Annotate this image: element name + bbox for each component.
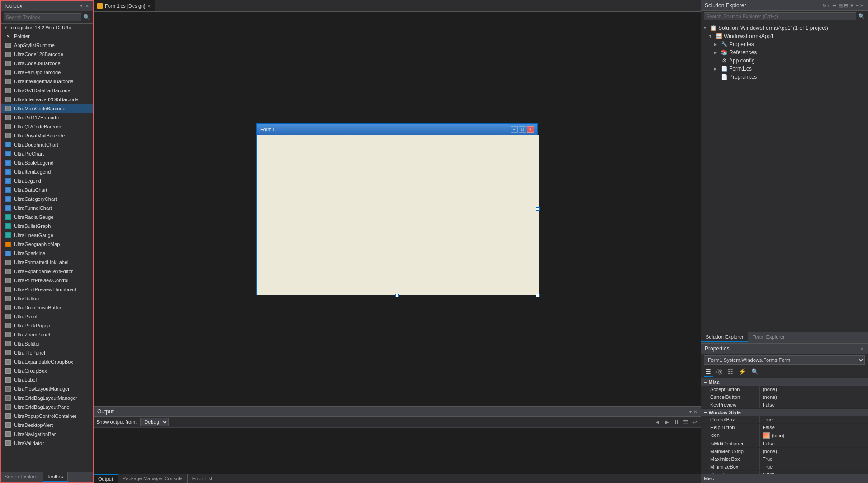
toolbox-item-pointer[interactable]: Pointer (1, 32, 93, 41)
se-icon-filter[interactable]: ▼ (849, 3, 854, 8)
tree-item-properties[interactable]: ▶ 🔧 Properties (701, 40, 868, 48)
toolbox-item-ultraroyalmailbarcode[interactable]: UltraRoyalMailBarcode (1, 131, 93, 140)
toolbox-item-ultralabel[interactable]: UltraLabel (1, 375, 93, 384)
se-tab-solution-explorer[interactable]: Solution Explorer (701, 332, 748, 342)
se-icon-home[interactable]: ⌂ (828, 3, 831, 8)
toolbox-item-ultracode128barcode[interactable]: UltraCode128Barcode (1, 50, 93, 59)
props-row-maximizebox[interactable]: MaximizeBox True (701, 455, 868, 463)
toolbox-item-ultrags1barcode[interactable]: UltraGs1DataBarBarcode (1, 86, 93, 95)
toolbox-item-ultragridbaglayoutmanager[interactable]: UltraGridBagLayoutManager (1, 393, 93, 402)
toolbox-item-ultradoughnutchart[interactable]: UltraDoughnutChart (1, 140, 93, 149)
form-body[interactable] (257, 135, 539, 295)
output-next-button[interactable]: ► (663, 418, 671, 426)
props-row-icon[interactable]: Icon (Icon) (701, 431, 868, 440)
resize-handle-bottomright[interactable] (536, 294, 540, 297)
toolbox-item-ultrapeekpopup[interactable]: UltraPeekPopup (1, 321, 93, 330)
props-row-ismdicontainer[interactable]: IsMdiContainer False (701, 440, 868, 448)
se-icon-collapse[interactable]: ⊟ (844, 3, 848, 9)
toolbox-item-ultrapopupcontrolcontainer[interactable]: UltraPopupControlContainer (1, 412, 93, 421)
doc-tab-form1cs-design[interactable]: Form1.cs [Design] ✕ (94, 0, 155, 11)
toolbox-item-ultraexpandablegroupbox[interactable]: UltraExpandableGroupBox (1, 357, 93, 366)
toolbox-item-ultrascalelegend[interactable]: UltraScaleLegend (1, 158, 93, 167)
props-toolbar-events[interactable]: ⚡ (737, 367, 748, 377)
output-pause-button[interactable]: ⏸ (673, 418, 680, 426)
resize-handle-bottom[interactable] (395, 294, 399, 297)
form-maximize-button[interactable]: □ (519, 126, 526, 133)
toolbox-item-ultraflowlayoutmanager[interactable]: UltraFlowLayoutManager (1, 384, 93, 393)
toolbox-item-appstylistruntime[interactable]: AppStylistRuntime (1, 41, 93, 50)
toolbox-item-ultracategorychart[interactable]: UltraCategoryChart (1, 194, 93, 204)
props-row-mainmenustrip[interactable]: MainMenuStrip (none) (701, 448, 868, 455)
form-minimize-button[interactable]: − (511, 126, 518, 133)
output-dock-button[interactable]: ▾ (689, 409, 692, 414)
output-tab-package-manager-console[interactable]: Package Manager Console (118, 474, 188, 483)
toolbox-item-ultrazoompanel[interactable]: UltraZoomPanel (1, 330, 93, 339)
toolbox-item-ultraintelligentbarcode[interactable]: UltraIntelligentMailBarcode (1, 77, 93, 86)
props-toolbar-search[interactable]: 🔍 (749, 367, 760, 377)
props-toolbar-alphabetical[interactable]: ⓐ (715, 367, 724, 377)
output-wrap-button[interactable]: ↩ (691, 418, 698, 426)
toolbox-item-ultrabulletgraph[interactable]: UltraBulletGraph (1, 222, 93, 231)
server-explorer-tab[interactable]: Server Explorer (1, 472, 43, 482)
show-output-from-select[interactable]: Debug (140, 418, 169, 426)
toolbox-close-button[interactable]: ✕ (85, 4, 90, 9)
props-category-misc[interactable]: − Misc (701, 379, 868, 386)
tree-item-project[interactable]: ▼ 🪟 WindowsFormsApp1 (701, 32, 868, 40)
toolbox-category[interactable]: ▼ Infragistics 18.2 Win CLR4x (1, 24, 93, 32)
toolbox-pin-button[interactable]: − (73, 4, 78, 9)
toolbox-item-ultragroupbox[interactable]: UltraGroupBox (1, 366, 93, 375)
toolbox-item-ultradatachart[interactable]: UltraDataChart (1, 185, 93, 194)
toolbox-search-input[interactable] (4, 13, 81, 21)
toolbox-item-ultraformattedlinklabel[interactable]: UltraFormattedLinkLabel (1, 258, 93, 267)
toolbox-item-ultrageographicmap[interactable]: UltraGeographicMap (1, 240, 93, 249)
se-pin-button[interactable]: − (856, 3, 859, 8)
output-tab-error-list[interactable]: Error List (188, 474, 218, 483)
toolbox-item-ultrapdf417barcode[interactable]: UltraPdf417Barcode (1, 113, 93, 122)
props-row-minimizebox[interactable]: MinimizeBox True (701, 463, 868, 471)
props-row-cancelbutton[interactable]: CancelButton (none) (701, 393, 868, 401)
tree-item-references[interactable]: ▶ 📚 References (701, 48, 868, 57)
se-close-button[interactable]: ✕ (860, 3, 864, 9)
toolbox-item-ultralineargauge[interactable]: UltraLinearGauge (1, 231, 93, 240)
props-row-controlbox[interactable]: ControlBox True (701, 416, 868, 424)
toolbox-item-ultraeanbarcode[interactable]: UltraEanUpcBarcode (1, 68, 93, 77)
toolbox-item-ultracode39barcode[interactable]: UltraCode39Barcode (1, 59, 93, 68)
toolbox-item-ultragridbaglayoutpanel[interactable]: UltraGridBagLayoutPanel (1, 402, 93, 412)
toolbox-item-ultravalidator[interactable]: UltraValidator (1, 439, 93, 448)
se-icon-properties[interactable]: ☰ (832, 3, 837, 9)
output-clear-button[interactable]: ☰ (682, 418, 689, 426)
output-prev-button[interactable]: ◄ (654, 418, 661, 426)
toolbox-item-ultraqrbarcode[interactable]: UltraQRCodeBarcode (1, 122, 93, 131)
tree-item-solution[interactable]: ▼ 📋 Solution 'WindowsFormsApp1' (1 of 1 … (701, 24, 868, 32)
design-surface[interactable]: Form1 − □ ✕ (94, 12, 701, 406)
toolbox-item-ultrasparkline[interactable]: UltraSparkline (1, 249, 93, 258)
toolbox-item-ultraexpandabletexteditor[interactable]: UltraExpandableTextEditor (1, 267, 93, 276)
doc-tab-close-button[interactable]: ✕ (147, 4, 151, 9)
props-pin-button[interactable]: − (856, 346, 859, 351)
tree-item-form1cs[interactable]: ▶ 📄 Form1.cs (701, 65, 868, 73)
toolbox-arrow-button[interactable]: ▾ (79, 4, 83, 9)
props-object-dropdown[interactable]: Form1 System.Windows.Forms.Form (704, 355, 865, 365)
props-close-button[interactable]: ✕ (860, 346, 864, 351)
output-close-button[interactable]: ✕ (693, 409, 697, 414)
toolbox-item-ultramaxicodebarcode[interactable]: UltraMaxiCodeBarcode (1, 104, 93, 113)
toolbox-item-ultraprintpreviewthumbnail[interactable]: UltraPrintPreviewThumbnail (1, 285, 93, 294)
tree-item-appconfig[interactable]: ⚙ App.config (701, 57, 868, 65)
toolbox-item-ultrapanel[interactable]: UltraPanel (1, 312, 93, 321)
output-pin-button[interactable]: − (685, 409, 688, 414)
props-row-helpbutton[interactable]: HelpButton False (701, 424, 868, 431)
props-row-acceptbutton[interactable]: AcceptButton (none) (701, 386, 868, 393)
toolbox-tab[interactable]: Toolbox (43, 472, 68, 482)
toolbox-item-ultradropdownbutton[interactable]: UltraDropDownButton (1, 303, 93, 312)
toolbox-item-ultrasplitter[interactable]: UltraSplitter (1, 339, 93, 348)
props-toolbar-categorized[interactable]: ☰ (704, 367, 713, 377)
toolbox-item-ultrabutton[interactable]: UltraButton (1, 294, 93, 303)
toolbox-item-ultraitemlegend[interactable]: UltraItemLegend (1, 167, 93, 176)
resize-handle-right[interactable] (536, 207, 540, 211)
toolbox-item-ultradesktopAlert[interactable]: UltraDesktopAlert (1, 421, 93, 430)
toolbox-item-ultraradialgauge[interactable]: UltraRadialGauge (1, 213, 93, 222)
toolbox-item-ultrafunnelchart[interactable]: UltraFunnelChart (1, 204, 93, 213)
props-category-window-style[interactable]: − Window Style (701, 409, 868, 416)
toolbox-item-ultrainterleaved2of5barcode[interactable]: UltraInterleaved2Of5Barcode (1, 95, 93, 104)
se-search-input[interactable] (704, 12, 856, 20)
